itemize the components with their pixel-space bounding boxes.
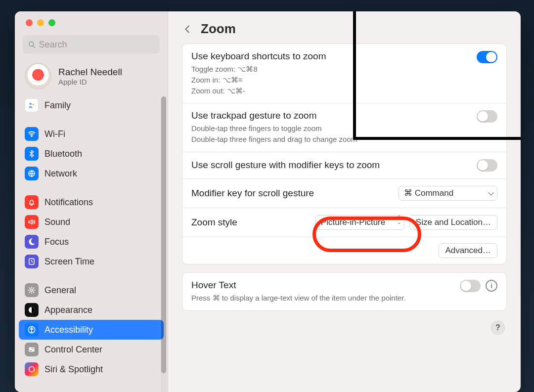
select-value: ⌘ Command [404, 188, 453, 198]
svg-point-0 [29, 42, 34, 46]
general-icon [25, 283, 39, 297]
select-value: Picture-in-Picture [321, 218, 385, 227]
hover-text-card: Hover Text Press ⌘ to display a large-te… [182, 272, 507, 311]
sidebar-item-label: Siri & Spotlight [44, 364, 103, 375]
search-input[interactable] [39, 40, 155, 50]
control-center-icon [25, 343, 39, 356]
sidebar-item-label: Wi-Fi [44, 129, 65, 139]
row-scroll-modifier-toggle: Use scroll gesture with modifier keys to… [182, 152, 506, 179]
sidebar-item-label: Control Center [44, 345, 102, 355]
bluetooth-icon [25, 147, 39, 161]
close-window-button[interactable] [26, 19, 33, 26]
wifi-icon [25, 127, 39, 141]
sidebar-item-controlcenter[interactable]: Control Center [19, 340, 164, 359]
notifications-icon [25, 195, 39, 209]
svg-point-11 [31, 327, 32, 328]
zoom-settings-card: Use keyboard shortcuts to zoom Toggle zo… [182, 44, 507, 264]
search-field[interactable] [23, 35, 160, 54]
sidebar-item-notifications[interactable]: Notifications [19, 192, 164, 212]
svg-point-8 [31, 289, 33, 292]
main-pane: Zoom Use keyboard shortcuts to zoom Togg… [168, 11, 521, 392]
sidebar-item-label: Focus [44, 237, 69, 247]
focus-icon [25, 235, 39, 249]
sidebar-item-accessibility[interactable]: Accessibility [19, 320, 164, 340]
row-sub: Press ⌘ to display a large-text view of … [191, 293, 460, 304]
sidebar-item-screentime[interactable]: Screen Time [19, 252, 164, 271]
network-icon [25, 167, 39, 180]
row-advanced: Advanced… [182, 237, 506, 264]
sidebar-item-label: Notifications [44, 197, 93, 208]
svg-point-14 [30, 348, 31, 349]
row-sub: Toggle zoom: ⌥⌘8 Zoom in: ⌥⌘= Zoom out: … [191, 64, 477, 96]
svg-point-15 [32, 350, 33, 351]
toggle-scroll-modifier[interactable] [477, 159, 497, 172]
row-hover-text: Hover Text Press ⌘ to display a large-te… [182, 273, 506, 310]
sidebar-item-bluetooth[interactable]: Bluetooth [19, 144, 164, 164]
advanced-button[interactable]: Advanced… [439, 243, 497, 258]
sidebar-item-family[interactable]: Family [19, 95, 164, 115]
row-trackpad-gesture: Use trackpad gesture to zoom Double-tap … [182, 103, 506, 152]
svg-point-16 [29, 367, 35, 372]
row-label: Modifier key for scroll gesture [191, 188, 399, 199]
sidebar-item-label: Family [44, 100, 71, 111]
settings-window: Rachel Needell Apple ID Family Wi-Fi [15, 11, 521, 392]
row-sub: Double-tap three fingers to toggle zoom … [191, 123, 477, 145]
row-label: Use trackpad gesture to zoom [191, 110, 477, 121]
fullscreen-window-button[interactable] [48, 19, 55, 26]
row-zoom-style: Zoom style Picture-in-Picture Size and L… [182, 208, 506, 237]
profile-subtitle: Apple ID [58, 78, 122, 86]
sidebar-scrollbar-thumb[interactable] [161, 96, 166, 373]
search-icon [28, 40, 36, 49]
appearance-icon [25, 303, 39, 317]
svg-point-3 [32, 104, 34, 106]
sidebar-item-network[interactable]: Network [19, 164, 164, 183]
sidebar-item-label: General [44, 285, 76, 296]
help-button[interactable]: ? [491, 321, 505, 335]
sidebar-item-wifi[interactable]: Wi-Fi [19, 124, 164, 144]
sidebar: Rachel Needell Apple ID Family Wi-Fi [15, 11, 168, 392]
row-label: Zoom style [191, 217, 315, 228]
row-modifier-key: Modifier key for scroll gesture ⌘ Comman… [182, 179, 506, 208]
svg-point-4 [31, 135, 32, 136]
family-icon [25, 98, 39, 112]
window-controls [15, 11, 168, 26]
info-icon[interactable]: i [486, 280, 497, 292]
toggle-keyboard-shortcuts[interactable] [477, 51, 497, 63]
button-label: Advanced… [445, 246, 491, 256]
row-label: Use scroll gesture with modifier keys to… [191, 160, 477, 171]
sidebar-item-appearance[interactable]: Appearance [19, 300, 164, 320]
header: Zoom [168, 11, 521, 44]
sidebar-item-label: Accessibility [44, 325, 93, 335]
row-keyboard-shortcuts: Use keyboard shortcuts to zoom Toggle zo… [182, 44, 506, 103]
row-label: Use keyboard shortcuts to zoom [191, 51, 477, 62]
svg-line-1 [33, 46, 35, 47]
toggle-hover-text[interactable] [460, 280, 481, 292]
select-zoom-style[interactable]: Picture-in-Picture [315, 215, 404, 230]
back-button[interactable] [182, 24, 193, 35]
sidebar-item-general[interactable]: General [19, 280, 164, 300]
avatar [25, 63, 51, 89]
sidebar-item-label: Network [44, 169, 77, 179]
profile-name: Rachel Needell [58, 67, 122, 78]
page-title: Zoom [201, 21, 236, 37]
sidebar-list: Family Wi-Fi Bluetooth Network [15, 92, 168, 392]
sound-icon [25, 215, 39, 229]
svg-point-2 [30, 103, 32, 105]
sidebar-item-siri[interactable]: Siri & Spotlight [19, 359, 164, 379]
sidebar-item-label: Sound [44, 217, 70, 227]
profile-row[interactable]: Rachel Needell Apple ID [15, 56, 168, 92]
sidebar-item-focus[interactable]: Focus [19, 232, 164, 252]
sidebar-item-label: Appearance [44, 305, 92, 315]
sidebar-item-label: Screen Time [44, 257, 94, 267]
toggle-trackpad-gesture[interactable] [477, 110, 497, 123]
select-modifier-key[interactable]: ⌘ Command [399, 186, 497, 201]
size-and-location-button[interactable]: Size and Location… [409, 215, 497, 230]
sidebar-item-label: Bluetooth [44, 149, 82, 159]
sidebar-item-sound[interactable]: Sound [19, 212, 164, 232]
row-label: Hover Text [191, 280, 460, 291]
button-label: Size and Location… [416, 218, 491, 227]
minimize-window-button[interactable] [37, 19, 44, 26]
accessibility-icon [25, 323, 39, 337]
siri-icon [25, 362, 39, 376]
svg-point-6 [31, 204, 32, 205]
